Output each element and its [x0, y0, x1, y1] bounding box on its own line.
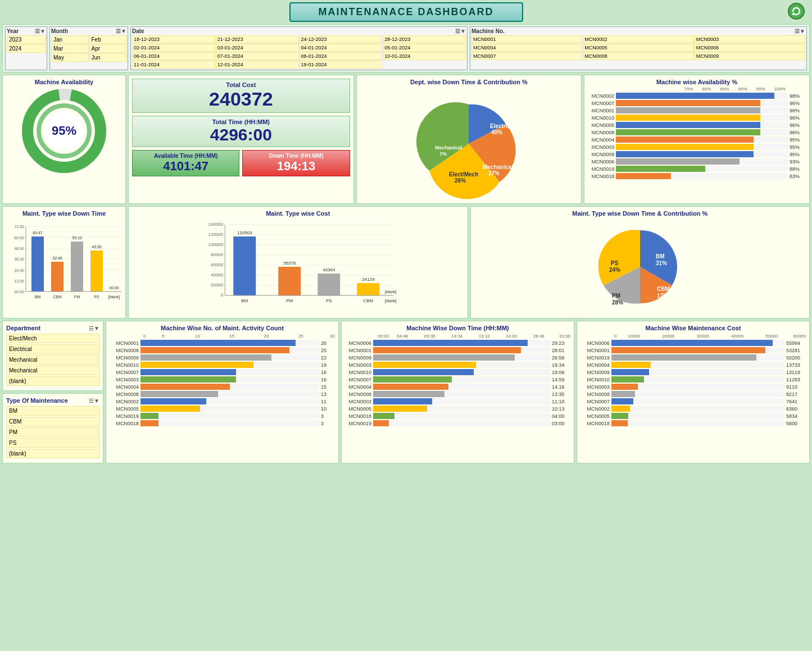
svg-text:60:00: 60:00 — [14, 236, 24, 240]
month-feb[interactable]: Feb — [89, 35, 127, 44]
refresh-icon[interactable] — [787, 2, 805, 21]
svg-rect-66 — [317, 274, 340, 295]
date-item[interactable]: 08-01-2024 — [300, 52, 383, 60]
machine-item[interactable]: MCN0001 — [471, 35, 582, 43]
cost-bar-row: MCN0019 50200 — [580, 354, 806, 361]
activity-bar-row: MCN0018 3 — [110, 420, 335, 426]
machine-item[interactable]: MCN0002 — [583, 35, 693, 43]
downtime-bar-row: MCN0018 04:00 — [345, 413, 570, 419]
dt-value: 14:16 — [550, 384, 570, 390]
date-item[interactable]: 12-01-2024 — [216, 61, 299, 69]
year-filter-icons[interactable]: ☰▼ — [35, 28, 46, 34]
month-apr[interactable]: Apr — [89, 44, 127, 53]
year-item-2023[interactable]: 2023 — [7, 35, 46, 44]
total-time-value: 4296:00 — [135, 125, 347, 144]
machine-item[interactable]: MCN0008 — [583, 52, 693, 60]
date-item[interactable]: 21-12-2023 — [216, 35, 299, 43]
machine-downtime-title: Machine Wise Down Time (HH:MM) — [345, 325, 570, 331]
maint-pm[interactable]: PM — [6, 427, 99, 437]
svg-text:CBM: CBM — [53, 295, 62, 299]
date-item[interactable]: 18-12-2023 — [132, 35, 215, 43]
dept-item-mechanical2[interactable]: Mechanical — [6, 366, 99, 375]
avail-bar-row: MCN0004 95% — [588, 136, 806, 143]
machine-avail-title: Machine wise Availability % — [588, 79, 806, 85]
month-may[interactable]: May — [51, 53, 89, 62]
month-jun[interactable]: Jun — [89, 53, 127, 62]
svg-text:45:30: 45:30 — [92, 245, 102, 249]
dept-item-elect-mech[interactable]: Elect/Mech — [6, 334, 99, 343]
machine-item[interactable]: MCN0006 — [695, 44, 805, 52]
dept-filter-icons[interactable]: ☰▼ — [89, 325, 99, 331]
dt-machine-label: MCN0006 — [345, 340, 373, 346]
svg-text:72:00: 72:00 — [14, 225, 24, 229]
activity-value: 19 — [319, 362, 335, 368]
machine-item[interactable]: MCN0004 — [471, 44, 582, 52]
cost-value-label: 53281 — [784, 348, 806, 353]
avail-machine-label: MCN0006 — [588, 159, 616, 165]
dt-value: 19:06 — [550, 370, 570, 375]
date-item[interactable]: 03-01-2024 — [216, 44, 299, 52]
dt-value: 11:10 — [550, 399, 570, 404]
svg-text:24129: 24129 — [362, 277, 375, 282]
date-item[interactable]: 04-01-2024 — [300, 44, 383, 52]
maint-cbm[interactable]: CBM — [6, 417, 99, 426]
svg-text:56376: 56376 — [283, 261, 296, 266]
cost-value-label: 55994 — [784, 340, 806, 346]
avail-bar-row: MCN0001 96% — [588, 107, 806, 113]
machine-item[interactable]: MCN0007 — [471, 52, 582, 60]
svg-rect-64 — [278, 267, 301, 295]
date-filter-icons[interactable]: ☰▼ — [455, 28, 466, 34]
dt-value: 13:35 — [550, 391, 570, 397]
cost-bar-row: MCN0003 9110 — [580, 384, 806, 390]
cost-machine-label: MCN0008 — [580, 391, 611, 397]
activity-value: 3 — [319, 413, 335, 419]
dept-item-blank[interactable]: (blank) — [6, 376, 99, 386]
date-item[interactable]: 05-01-2024 — [383, 44, 466, 52]
cost-machine-label: MCN0019 — [580, 355, 611, 361]
activity-value: 3 — [319, 421, 335, 426]
avail-pct-value: 88% — [788, 166, 806, 172]
activity-bar-row: MCN0002 11 — [110, 398, 335, 404]
svg-text:PM: PM — [74, 295, 80, 299]
maint-bm[interactable]: BM — [6, 406, 99, 416]
machine-filter-icons[interactable]: ☰▼ — [795, 28, 805, 34]
date-item[interactable]: 24-12-2023 — [300, 35, 383, 43]
date-item[interactable]: 11-01-2024 — [132, 61, 215, 69]
date-item[interactable]: 28-12-2023 — [383, 35, 466, 43]
month-jan[interactable]: Jan — [51, 35, 89, 44]
activity-machine-label: MCN0009 — [110, 355, 140, 361]
maint-type-icons[interactable]: ☰▼ — [89, 398, 99, 404]
dt-machine-label: MCN0002 — [345, 399, 373, 404]
date-item[interactable]: 07-01-2024 — [216, 52, 299, 60]
maint-blank[interactable]: (blank) — [6, 449, 99, 458]
year-filter: Year ☰▼ 2023 2024 — [5, 26, 47, 70]
avail-pct-value: 96% — [788, 130, 806, 135]
cost-bar-row: MCN0007 7641 — [580, 398, 806, 404]
machine-item[interactable]: MCN0005 — [583, 44, 693, 52]
date-item[interactable]: 19-01-2024 — [300, 61, 383, 69]
month-filter-icons[interactable]: ☰▼ — [116, 28, 126, 34]
avail-bar-row: MCN0019 88% — [588, 166, 806, 172]
activity-value: 26 — [319, 340, 335, 346]
downtime-bar-row: MCN0007 14:59 — [345, 376, 570, 383]
date-item[interactable]: 06-01-2024 — [132, 52, 215, 60]
cost-bar-row: MCN0009 13119 — [580, 369, 806, 375]
downtime-bar-row: MCN0003 19:34 — [345, 362, 570, 368]
maint-cost-machine-card: Machine Wise Maintenance Cost 0 10000 20… — [577, 321, 810, 463]
svg-text:[blank]: [blank] — [385, 290, 397, 294]
avail-pct-value: 96% — [788, 122, 806, 128]
year-item-2024[interactable]: 2024 — [7, 44, 46, 53]
svg-text:CBM: CBM — [657, 286, 670, 292]
avail-machine-label: MCN0007 — [588, 101, 616, 106]
machine-item[interactable]: MCN0003 — [695, 35, 805, 43]
avail-bar-row: MCN0003 95% — [588, 144, 806, 150]
avail-bar-row: MCN0005 96% — [588, 122, 806, 128]
maint-ps[interactable]: PS — [6, 438, 99, 448]
machine-item[interactable]: MCN0009 — [695, 52, 805, 60]
date-item[interactable]: 10-01-2024 — [383, 52, 466, 60]
month-mar[interactable]: Mar — [51, 44, 89, 53]
dept-item-mechanical1[interactable]: Mechanical — [6, 355, 99, 365]
downtime-bar-row: MCN0001 28:01 — [345, 347, 570, 353]
dept-item-electrical[interactable]: Electrical — [6, 344, 99, 354]
date-item[interactable]: 02-01-2024 — [132, 44, 215, 52]
